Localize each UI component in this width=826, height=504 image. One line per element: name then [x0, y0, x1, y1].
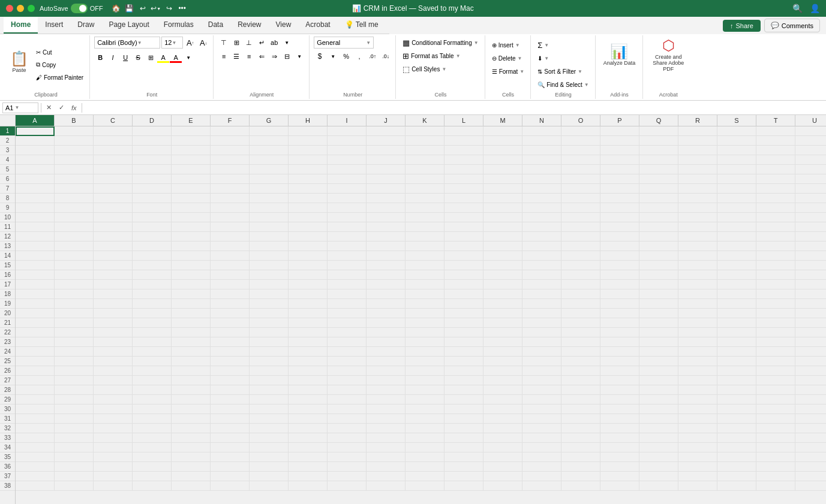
cell-E35[interactable]	[172, 452, 211, 462]
cell-I36[interactable]	[328, 462, 367, 472]
cell-E23[interactable]	[172, 337, 211, 347]
merge-center-button[interactable]: ⊟	[281, 50, 293, 62]
cell-L26[interactable]	[444, 366, 483, 376]
cell-M14[interactable]	[483, 251, 522, 261]
cell-N17[interactable]	[522, 280, 561, 289]
cell-H31[interactable]	[289, 414, 328, 424]
cell-A2[interactable]	[16, 136, 55, 146]
cell-K10[interactable]	[406, 213, 444, 222]
cell-E34[interactable]	[172, 443, 211, 452]
cell-E1[interactable]	[172, 126, 211, 136]
cell-T29[interactable]	[756, 395, 795, 405]
cell-T5[interactable]	[756, 165, 795, 174]
cell-D16[interactable]	[133, 270, 172, 280]
cell-U6[interactable]	[795, 174, 826, 184]
cell-M38[interactable]	[483, 481, 522, 491]
cell-A17[interactable]	[16, 280, 55, 289]
cell-P11[interactable]	[600, 222, 639, 232]
cell-J11[interactable]	[367, 222, 406, 232]
cell-D32[interactable]	[133, 424, 172, 433]
cell-N33[interactable]	[522, 433, 561, 443]
cell-B27[interactable]	[55, 376, 94, 385]
cell-J8[interactable]	[367, 194, 406, 203]
cell-D23[interactable]	[133, 337, 172, 347]
cell-L19[interactable]	[444, 299, 483, 309]
cell-M16[interactable]	[483, 270, 522, 280]
cell-B5[interactable]	[55, 165, 94, 174]
cell-L18[interactable]	[444, 289, 483, 299]
cell-C31[interactable]	[94, 414, 133, 424]
cell-G33[interactable]	[250, 433, 289, 443]
cell-S23[interactable]	[717, 337, 756, 347]
cell-A32[interactable]	[16, 424, 55, 433]
row-number-32[interactable]: 32	[0, 424, 15, 433]
cell-R25[interactable]	[678, 357, 717, 366]
cell-N23[interactable]	[522, 337, 561, 347]
cell-E37[interactable]	[172, 472, 211, 481]
cell-J30[interactable]	[367, 405, 406, 414]
cell-J28[interactable]	[367, 385, 406, 395]
cell-P19[interactable]	[600, 299, 639, 309]
cell-T7[interactable]	[756, 184, 795, 194]
cell-B28[interactable]	[55, 385, 94, 395]
cell-T35[interactable]	[756, 452, 795, 462]
cell-B11[interactable]	[55, 222, 94, 232]
cell-T25[interactable]	[756, 357, 795, 366]
cell-Q2[interactable]	[639, 136, 678, 146]
cell-S36[interactable]	[717, 462, 756, 472]
cell-L2[interactable]	[444, 136, 483, 146]
cell-D8[interactable]	[133, 194, 172, 203]
col-header-B[interactable]: B	[55, 115, 94, 126]
cell-M6[interactable]	[483, 174, 522, 184]
cell-L33[interactable]	[444, 433, 483, 443]
cell-reference-box[interactable]: A1 ▼	[2, 102, 38, 113]
cell-D24[interactable]	[133, 347, 172, 357]
cell-G25[interactable]	[250, 357, 289, 366]
cell-P27[interactable]	[600, 376, 639, 385]
cell-D27[interactable]	[133, 376, 172, 385]
col-header-K[interactable]: K	[406, 115, 444, 126]
cell-R32[interactable]	[678, 424, 717, 433]
col-header-T[interactable]: T	[756, 115, 795, 126]
cell-O7[interactable]	[561, 184, 600, 194]
cell-F37[interactable]	[211, 472, 250, 481]
cell-F21[interactable]	[211, 318, 250, 328]
cell-R9[interactable]	[678, 203, 717, 213]
cell-K3[interactable]	[406, 146, 444, 155]
cell-I33[interactable]	[328, 433, 367, 443]
cell-N8[interactable]	[522, 194, 561, 203]
cell-M7[interactable]	[483, 184, 522, 194]
cell-S32[interactable]	[717, 424, 756, 433]
cell-M1[interactable]	[483, 126, 522, 136]
cell-N12[interactable]	[522, 232, 561, 242]
cell-T10[interactable]	[756, 213, 795, 222]
cell-I13[interactable]	[328, 242, 367, 251]
row-number-22[interactable]: 22	[0, 328, 15, 337]
cell-R12[interactable]	[678, 232, 717, 242]
cell-E3[interactable]	[172, 146, 211, 155]
cell-M26[interactable]	[483, 366, 522, 376]
cell-C7[interactable]	[94, 184, 133, 194]
cell-G13[interactable]	[250, 242, 289, 251]
cell-K29[interactable]	[406, 395, 444, 405]
cell-L21[interactable]	[444, 318, 483, 328]
cell-K36[interactable]	[406, 462, 444, 472]
cell-J35[interactable]	[367, 452, 406, 462]
cell-M24[interactable]	[483, 347, 522, 357]
cell-N15[interactable]	[522, 261, 561, 270]
cell-S21[interactable]	[717, 318, 756, 328]
cell-P35[interactable]	[600, 452, 639, 462]
cell-N35[interactable]	[522, 452, 561, 462]
cell-S16[interactable]	[717, 270, 756, 280]
cell-O34[interactable]	[561, 443, 600, 452]
cell-E36[interactable]	[172, 462, 211, 472]
cell-A25[interactable]	[16, 357, 55, 366]
cell-M23[interactable]	[483, 337, 522, 347]
comments-button[interactable]: 💬 Comments	[764, 19, 820, 32]
cell-C26[interactable]	[94, 366, 133, 376]
cell-B4[interactable]	[55, 155, 94, 165]
formula-input[interactable]	[85, 104, 824, 111]
cell-B7[interactable]	[55, 184, 94, 194]
cell-N1[interactable]	[522, 126, 561, 136]
cell-G4[interactable]	[250, 155, 289, 165]
